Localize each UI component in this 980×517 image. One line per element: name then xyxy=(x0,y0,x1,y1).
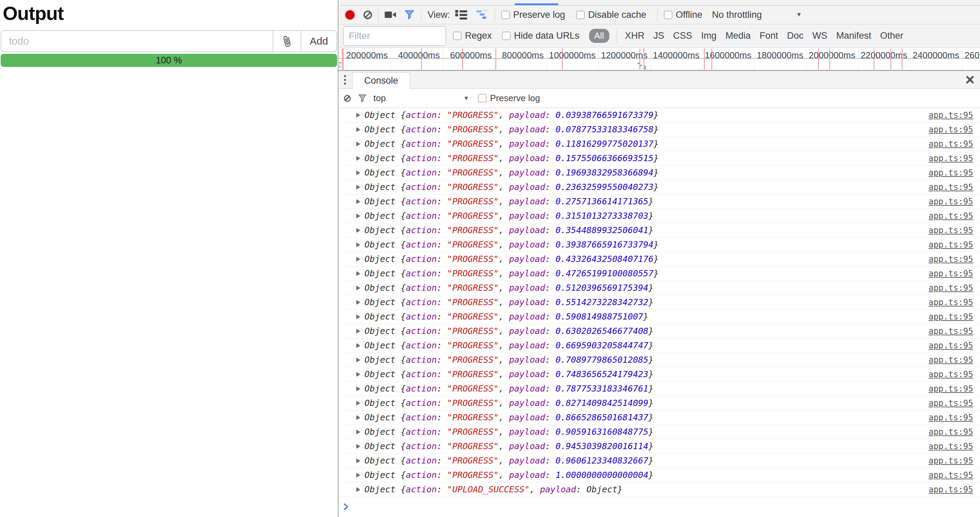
source-link[interactable]: app.ts:95 xyxy=(929,269,973,278)
expand-triangle-icon[interactable] xyxy=(356,372,360,377)
add-button[interactable]: Add xyxy=(301,31,336,51)
filter-type-font[interactable]: Font xyxy=(759,30,778,41)
context-dropdown-arrow[interactable]: ▼ xyxy=(463,95,469,102)
source-link[interactable]: app.ts:95 xyxy=(929,456,973,466)
filter-type-css[interactable]: CSS xyxy=(673,30,692,41)
filter-type-manifest[interactable]: Manifest xyxy=(836,30,871,41)
console-message[interactable]: Object {action: "PROGRESS", payload: 0.2… xyxy=(364,182,929,192)
expand-triangle-icon[interactable] xyxy=(356,387,360,391)
expand-triangle-icon[interactable] xyxy=(356,286,360,290)
offline-checkbox[interactable] xyxy=(664,11,673,19)
console-message[interactable]: Object {action: "PROGRESS", payload: 0.0… xyxy=(364,124,929,134)
console-message[interactable]: Object {action: "PROGRESS", payload: 0.5… xyxy=(364,312,929,321)
expand-triangle-icon[interactable] xyxy=(356,300,360,305)
expand-triangle-icon[interactable] xyxy=(356,199,360,204)
console-message[interactable]: Object {action: "PROGRESS", payload: 0.3… xyxy=(364,240,929,250)
console-message[interactable]: Object {action: "PROGRESS", payload: 1.0… xyxy=(364,470,929,480)
close-icon[interactable]: × xyxy=(965,71,975,89)
source-link[interactable]: app.ts:95 xyxy=(929,240,973,250)
source-link[interactable]: app.ts:95 xyxy=(929,312,973,321)
source-link[interactable]: app.ts:95 xyxy=(929,326,973,336)
console-message[interactable]: Object {action: "PROGRESS", payload: 0.7… xyxy=(364,369,929,379)
expand-triangle-icon[interactable] xyxy=(356,444,360,449)
source-link[interactable]: app.ts:95 xyxy=(929,125,973,134)
console-message[interactable]: Object {action: "PROGRESS", payload: 0.3… xyxy=(364,211,929,221)
console-message[interactable]: Object {action: "PROGRESS", payload: 0.5… xyxy=(364,297,929,307)
waterfall-view-icon[interactable] xyxy=(476,10,488,20)
filter-type-other[interactable]: Other xyxy=(880,30,904,41)
list-view-icon[interactable] xyxy=(455,10,468,20)
filter-type-js[interactable]: JS xyxy=(654,30,665,41)
network-timeline[interactable]: 200000ms400000ms600000ms800000ms1000000m… xyxy=(339,48,980,71)
source-link[interactable]: app.ts:95 xyxy=(929,442,973,451)
console-prompt[interactable] xyxy=(339,497,980,517)
expand-triangle-icon[interactable] xyxy=(356,185,360,189)
filter-type-media[interactable]: Media xyxy=(725,30,751,41)
clear-console-icon[interactable] xyxy=(344,95,351,102)
expand-triangle-icon[interactable] xyxy=(356,257,360,262)
console-message[interactable]: Object {action: "PROGRESS", payload: 0.9… xyxy=(364,427,929,437)
source-link[interactable]: app.ts:95 xyxy=(929,139,973,149)
filter-type-xhr[interactable]: XHR xyxy=(625,30,644,41)
source-link[interactable]: app.ts:95 xyxy=(929,283,973,293)
source-link[interactable]: app.ts:95 xyxy=(929,355,973,365)
source-link[interactable]: app.ts:95 xyxy=(929,168,973,178)
disable-cache-checkbox[interactable] xyxy=(576,11,585,19)
filter-type-ws[interactable]: WS xyxy=(812,30,827,41)
expand-triangle-icon[interactable] xyxy=(356,329,360,334)
console-message[interactable]: Object {action: "PROGRESS", payload: 0.6… xyxy=(364,340,929,350)
source-link[interactable]: app.ts:95 xyxy=(929,197,973,207)
source-link[interactable]: app.ts:95 xyxy=(929,427,973,437)
filter-type-doc[interactable]: Doc xyxy=(787,30,803,41)
hide-data-urls-checkbox[interactable] xyxy=(502,32,511,40)
throttling-select[interactable]: No throttling xyxy=(712,10,762,20)
source-link[interactable]: app.ts:95 xyxy=(929,226,973,235)
console-message[interactable]: Object {action: "PROGRESS", payload: 0.9… xyxy=(364,441,929,451)
source-link[interactable]: app.ts:95 xyxy=(929,182,973,192)
expand-triangle-icon[interactable] xyxy=(356,358,360,363)
console-message[interactable]: Object {action: "PROGRESS", payload: 0.5… xyxy=(364,283,929,293)
expand-triangle-icon[interactable] xyxy=(356,430,360,434)
regex-checkbox[interactable] xyxy=(453,32,461,40)
console-message[interactable]: Object {action: "PROGRESS", payload: 0.4… xyxy=(364,254,929,264)
expand-triangle-icon[interactable] xyxy=(356,473,360,477)
source-link[interactable]: app.ts:95 xyxy=(929,110,973,120)
console-message[interactable]: Object {action: "PROGRESS", payload: 0.7… xyxy=(364,383,929,394)
source-link[interactable]: app.ts:95 xyxy=(929,470,973,480)
console-filter-funnel-icon[interactable] xyxy=(358,94,367,103)
expand-triangle-icon[interactable] xyxy=(356,213,360,218)
expand-triangle-icon[interactable] xyxy=(356,113,360,118)
attach-button[interactable] xyxy=(273,31,301,51)
console-message[interactable]: Object {action: "UPLOAD_SUCCESS", payloa… xyxy=(364,484,929,495)
filter-funnel-icon[interactable] xyxy=(404,9,415,20)
expand-triangle-icon[interactable] xyxy=(356,343,360,348)
console-message[interactable]: Object {action: "PROGRESS", payload: 0.1… xyxy=(364,168,929,178)
console-message[interactable]: Object {action: "PROGRESS", payload: 0.3… xyxy=(364,225,929,235)
console-message[interactable]: Object {action: "PROGRESS", payload: 0.2… xyxy=(364,196,929,207)
console-message[interactable]: Object {action: "PROGRESS", payload: 0.9… xyxy=(364,456,929,466)
expand-triangle-icon[interactable] xyxy=(356,170,360,175)
console-message[interactable]: Object {action: "PROGRESS", payload: 0.1… xyxy=(364,153,929,163)
expand-triangle-icon[interactable] xyxy=(356,458,360,463)
todo-input[interactable] xyxy=(2,31,273,51)
source-link[interactable]: app.ts:95 xyxy=(929,211,973,221)
expand-triangle-icon[interactable] xyxy=(356,228,360,233)
throttling-dropdown-arrow[interactable]: ▼ xyxy=(796,11,802,18)
kebab-menu-icon[interactable] xyxy=(344,74,346,85)
expand-triangle-icon[interactable] xyxy=(356,415,360,420)
filter-type-all[interactable]: All xyxy=(589,29,609,43)
expand-triangle-icon[interactable] xyxy=(356,242,360,247)
tab-console[interactable]: Console xyxy=(352,72,410,89)
network-filter-input[interactable] xyxy=(343,26,446,46)
source-link[interactable]: app.ts:95 xyxy=(929,341,973,350)
console-message[interactable]: Object {action: "PROGRESS", payload: 0.1… xyxy=(364,139,929,149)
expand-triangle-icon[interactable] xyxy=(356,487,360,492)
filter-type-img[interactable]: Img xyxy=(701,30,717,41)
clear-icon[interactable] xyxy=(363,11,372,19)
source-link[interactable]: app.ts:95 xyxy=(929,154,973,163)
screenshot-capture-icon[interactable] xyxy=(385,11,396,19)
source-link[interactable]: app.ts:95 xyxy=(929,369,973,379)
expand-triangle-icon[interactable] xyxy=(356,142,360,146)
console-message[interactable]: Object {action: "PROGRESS", payload: 0.8… xyxy=(364,398,929,408)
source-link[interactable]: app.ts:95 xyxy=(929,297,973,307)
